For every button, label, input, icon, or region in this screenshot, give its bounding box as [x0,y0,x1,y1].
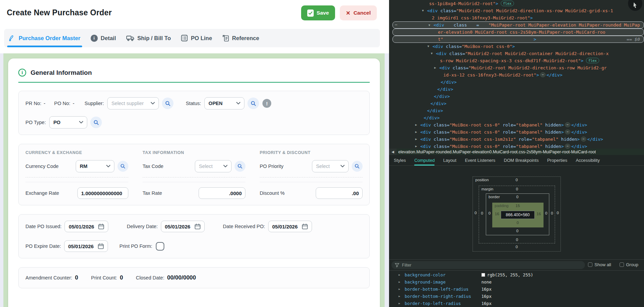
status-select[interactable]: OPEN [204,97,244,109]
expand-arrow-icon[interactable]: ▶ [415,129,417,136]
tax-code-label: Tax Code [143,164,163,169]
po-type-label: PO Type: [25,120,46,125]
dom-tree-line[interactable]: ss-1pi8xg4-MuiGrid2-root">flex [389,0,644,7]
flex-badge[interactable]: flex [501,1,514,6]
dom-tree-line[interactable]: </div> [389,107,644,114]
box-model-position[interactable]: position 0 0 0 0 margin 0 0 0 0 border 0… [473,176,561,252]
cancel-button[interactable]: ✕ Cancel [340,5,377,20]
dom-tree-line[interactable]: ▶<div class="MuiGrid2-root MuiGrid2-dire… [389,64,644,71]
group-dates: Date PO Issued: 05/01/2026 Delivery Date… [18,214,370,258]
discount-input[interactable]: .00 [316,187,363,199]
truck-icon [126,35,134,41]
calendar-icon [195,223,201,229]
tax-search-button[interactable] [235,161,245,172]
status-search-button[interactable] [247,98,259,109]
expand-arrow-icon[interactable]: ▶ [399,293,400,300]
supplier-search-button[interactable] [162,98,173,109]
tab-purchase-order-master[interactable]: Purchase Order Master [8,34,80,42]
property-name: border-bottom-right-radius [405,293,471,300]
flex-badge[interactable]: flex [586,58,599,63]
breadcrumb-text[interactable]: elevation.MuiPaper-rounded.MuiPaper-elev… [398,150,596,154]
dom-tree-line[interactable]: </div> [389,93,644,100]
devtools-tab-accessibility[interactable]: Accessibility [576,155,600,166]
expand-children-button[interactable]: ⋯ [565,122,570,127]
tax-code-select[interactable]: Select [195,160,232,172]
currency-code-select[interactable]: RM [76,160,114,172]
currency-search-button[interactable] [117,161,128,172]
devtools-tab-computed[interactable]: Computed [414,155,435,166]
devtools-tab-dom-breakpoints[interactable]: DOM Breakpoints [504,155,539,166]
expand-children-button[interactable]: ⋯ [565,130,570,134]
dom-tree-line[interactable]: </div> [389,114,644,121]
save-button[interactable]: Save [301,5,335,20]
devtools-tab-layout[interactable]: Layout [443,155,456,166]
dom-tree-line[interactable]: ▶<div class="MuiBox-root css-0" role="ta… [389,143,644,149]
expand-arrow-icon[interactable]: ▶ [434,64,436,71]
priority-search-button[interactable] [352,161,363,172]
dom-tree-line[interactable]: ⋯▼<div class="MuiPaper-root MuiPaper-ele… [392,21,644,29]
more-actions-icon[interactable]: ⋯ [395,21,398,29]
dom-tree-line[interactable]: ▶<div class="MuiBox-root css-0" role="ta… [389,129,644,136]
po-expire-date-input[interactable]: 05/01/2026 [64,240,108,252]
dom-tree-line[interactable]: ▶<div class="MuiBox-root css-0" role="ta… [389,121,644,129]
property-value: 16px [481,300,492,307]
expand-arrow-icon[interactable]: ▶ [415,121,417,129]
dom-tree-line[interactable]: </div> [389,100,644,107]
dom-tree-line[interactable]: </div> [389,79,644,86]
purchase-order-app: Create New Purchase Order Save ✕ Cancel … [0,0,389,307]
breadcrumb-scroll-left-button[interactable]: ◀ [389,149,397,155]
computed-property-row: ▶border-bottom-left-radius16px [389,286,644,293]
show-all-checkbox[interactable] [588,262,592,267]
dom-tree-line[interactable]: t"> == $0 [392,36,644,43]
devtools-tab-event-listeners[interactable]: Event Listeners [465,155,495,166]
expand-children-button[interactable]: ⋯ [581,137,586,141]
dom-tree-line[interactable]: </div> [389,86,644,93]
computed-property-row: ▶border-bottom-right-radius16px [389,293,644,300]
tab-ship-bill-to[interactable]: Ship / Bill To [126,35,171,41]
dom-tree-line[interactable]: ▼<div class="MuiGrid2-root MuiGrid2-cont… [389,50,644,57]
devtools-tab-styles[interactable]: Styles [394,155,406,166]
po-type-select[interactable]: PO [49,116,87,129]
box-model-padding[interactable]: padding 15 0 16 16 866.400×560 [492,203,544,227]
expand-arrow-icon[interactable]: ▶ [399,300,400,307]
expand-arrow-icon[interactable]: ▶ [415,143,417,149]
dom-tree-line[interactable]: 2 imgGird1 css-16fnxy3-MuiGrid2-root"> [389,14,644,21]
filter-input[interactable]: Filter [391,261,585,269]
tab-po-line[interactable]: PO Line [181,35,212,41]
supplier-label: Supplier: [85,101,104,106]
expand-arrow-icon[interactable]: ▶ [415,136,417,143]
dom-tree-line[interactable]: id-xs-12 css-16fnxy3-MuiGrid2-root">⋯</d… [389,71,644,79]
supplier-select[interactable]: Select supplier [107,97,159,109]
box-model-content[interactable]: 866.400×560 [501,211,535,219]
expand-arrow-icon[interactable]: ▶ [399,286,400,293]
print-po-form-checkbox[interactable] [156,242,164,251]
date-received-po-input[interactable]: 05/01/2026 [268,221,312,232]
po-type-search-button[interactable] [90,117,102,128]
expand-children-button[interactable]: ⋯ [565,144,570,149]
dom-tree-line[interactable]: ▶<div class="MuiBox-root css-1sm2s1z" ro… [389,136,644,143]
box-model-border[interactable]: border 0 0 0 0 padding 15 0 16 16 866.40… [486,193,549,235]
expand-arrow-icon[interactable]: ▶ [399,271,400,278]
expand-arrow-icon[interactable]: ▶ [399,278,400,286]
devtools-tab-properties[interactable]: Properties [547,155,567,166]
pr-no-label: PR No: [25,101,41,106]
group-checkbox[interactable] [620,262,624,267]
tab-detail[interactable]: iDetail [91,35,116,42]
collapse-arrow-icon[interactable]: ▼ [422,7,424,14]
tax-rate-input[interactable]: .0000 [199,187,245,199]
show-all-control: Show all [588,262,611,267]
collapse-arrow-icon[interactable]: ▼ [431,50,433,57]
dom-tree-line[interactable]: ▼<div class="MuiBox-root css-0"> [389,43,644,50]
expand-children-button[interactable]: ⋯ [540,72,546,77]
tab-reference[interactable]: Reference [222,34,259,42]
dom-tree-line[interactable]: er-elevation0 MuiCard-root css-2s58ym-Mu… [392,29,644,36]
dom-tree-line[interactable]: ▼<div class="MuiGrid2-root MuiGrid2-dire… [389,7,644,14]
exchange-rate-input[interactable]: 1.0000000000000 [77,187,128,199]
po-priority-select[interactable]: Select [312,160,349,172]
collapse-arrow-icon[interactable]: ▼ [428,22,430,29]
collapse-arrow-icon[interactable]: ▼ [427,43,429,50]
dom-tree-line[interactable]: s-row MuiGrid2-spacing-xs-3 css-dkd71f-M… [389,57,644,64]
delivery-date-input[interactable]: 05/01/2026 [161,221,205,232]
box-model-margin[interactable]: margin 0 0 0 0 border 0 0 0 0 padding 15 [479,186,555,243]
date-po-issued-input[interactable]: 05/01/2026 [65,221,108,232]
